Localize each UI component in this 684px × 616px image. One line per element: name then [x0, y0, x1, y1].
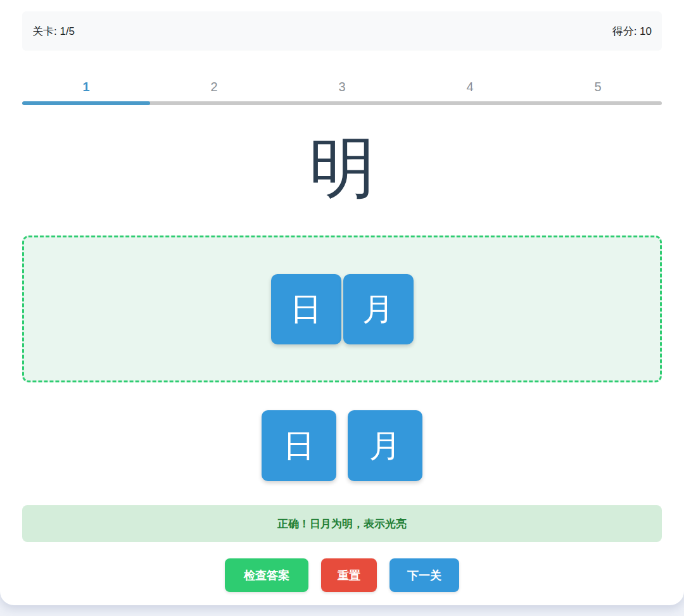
action-button-row: 检查答案 重置 下一关: [22, 558, 662, 592]
next-level-button[interactable]: 下一关: [390, 558, 459, 592]
step-indicator: 1 2 3 4 5: [22, 79, 662, 95]
feedback-message: 正确！日月为明，表示光亮: [22, 505, 662, 542]
game-card: 关卡: 1/5 得分: 10 1 2 3 4 5 明 日 月 日 月 正确！日月…: [0, 0, 684, 605]
target-character: 明: [22, 123, 662, 213]
score-indicator: 得分: 10: [612, 24, 652, 39]
source-tile-ri[interactable]: 日: [262, 410, 336, 481]
progress-bar: [22, 101, 662, 105]
reset-button[interactable]: 重置: [321, 558, 377, 592]
step-1: 1: [22, 79, 150, 95]
status-bar: 关卡: 1/5 得分: 10: [22, 11, 662, 51]
dropzone-tile-ri[interactable]: 日: [271, 274, 341, 344]
dropzone-tile-yue[interactable]: 月: [343, 274, 414, 344]
source-tile-row: 日 月: [22, 410, 662, 481]
step-4: 4: [406, 79, 534, 95]
progress-fill: [22, 101, 150, 105]
step-2: 2: [150, 79, 278, 95]
level-indicator: 关卡: 1/5: [32, 24, 75, 39]
step-5: 5: [534, 79, 662, 95]
source-tile-yue[interactable]: 月: [348, 410, 422, 481]
check-answer-button[interactable]: 检查答案: [225, 558, 308, 592]
step-3: 3: [278, 79, 406, 95]
answer-dropzone[interactable]: 日 月: [22, 236, 662, 382]
